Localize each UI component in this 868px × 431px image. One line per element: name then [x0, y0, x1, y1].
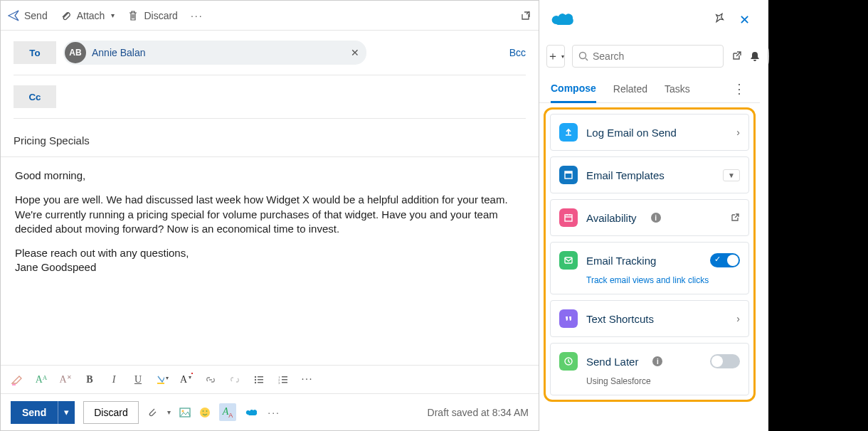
card-email-templates[interactable]: Email Templates ▼ — [550, 156, 749, 193]
tab-related[interactable]: Related — [613, 76, 647, 102]
clear-format-icon[interactable]: A✕ — [59, 374, 72, 385]
bullets-icon[interactable] — [253, 376, 265, 384]
cc-button[interactable]: Cc — [14, 85, 56, 108]
remove-recipient-icon[interactable]: ✕ — [351, 47, 359, 58]
tracking-toggle[interactable] — [710, 253, 740, 267]
send-icon — [8, 10, 19, 21]
svg-point-17 — [206, 410, 207, 412]
search-input[interactable] — [593, 50, 717, 62]
to-row: To AB Annie Balan ✕ Bcc — [14, 41, 526, 75]
more-actions-icon[interactable]: ··· — [268, 407, 280, 418]
svg-point-3 — [255, 378, 256, 380]
info-icon[interactable]: i — [652, 356, 662, 366]
link-icon[interactable] — [204, 375, 217, 385]
template-icon — [559, 166, 578, 184]
info-icon[interactable]: i — [651, 213, 661, 223]
salesforce-logo-icon — [549, 10, 578, 30]
more-format-icon[interactable]: ··· — [301, 374, 314, 385]
recipient-chip[interactable]: AB Annie Balan ✕ — [63, 41, 366, 65]
to-button[interactable]: To — [14, 41, 56, 64]
svg-point-18 — [580, 53, 586, 59]
close-panel-icon[interactable]: ✕ — [739, 12, 750, 28]
svg-rect-10 — [282, 379, 287, 381]
svg-rect-8 — [282, 376, 287, 378]
svg-rect-20 — [565, 171, 572, 174]
discard-command[interactable]: Discard — [127, 10, 177, 21]
salesforce-addin-icon[interactable] — [245, 408, 259, 417]
unlink-icon[interactable] — [228, 375, 241, 385]
tabs-overflow-icon[interactable]: ⋮ — [733, 81, 748, 97]
svg-rect-12 — [282, 382, 287, 383]
open-external-icon[interactable] — [730, 213, 740, 223]
tab-tasks[interactable]: Tasks — [665, 76, 690, 102]
user-avatar-icon[interactable] — [768, 48, 769, 64]
subject-row — [1, 129, 539, 157]
more-command[interactable]: ··· — [191, 10, 203, 21]
panel-tabs: Compose Related Tasks ⋮ — [539, 73, 760, 103]
trash-icon — [127, 10, 139, 21]
svg-point-1 — [255, 376, 256, 377]
italic-button[interactable]: I — [107, 374, 120, 385]
svg-point-14 — [181, 410, 184, 412]
popout-icon — [520, 10, 531, 21]
attach-icon[interactable] — [147, 407, 157, 418]
draft-status: Draft saved at 8:34 AM — [428, 407, 529, 418]
salesforce-panel: ✕ ＋▾ Compose Related Tasks ⋮ — [539, 0, 768, 431]
search-box[interactable] — [572, 45, 724, 68]
clock-icon — [559, 352, 578, 371]
quote-icon — [559, 309, 578, 328]
pin-icon[interactable] — [714, 12, 725, 23]
tab-compose[interactable]: Compose — [551, 75, 596, 103]
emoji-icon[interactable] — [199, 407, 211, 418]
send-later-subtitle: Using Salesforce — [586, 376, 740, 386]
svg-text:3: 3 — [278, 381, 280, 384]
attach-chevron-icon[interactable]: ▾ — [167, 408, 171, 416]
black-margin — [768, 0, 868, 431]
font-color-icon[interactable]: A▾ — [180, 374, 193, 385]
recipient-avatar: AB — [65, 42, 86, 63]
send-button[interactable]: Send — [11, 401, 58, 424]
cc-row: Cc — [14, 85, 526, 119]
highlighter-icon[interactable] — [11, 374, 23, 385]
svg-rect-0 — [157, 383, 164, 384]
bcc-link[interactable]: Bcc — [509, 47, 526, 58]
card-text-shortcuts[interactable]: Text Shortcuts › — [550, 300, 749, 337]
svg-rect-4 — [258, 379, 263, 381]
command-bar: Send Attach▾ Discard ··· — [1, 1, 539, 31]
chevron-down-icon: ▼ — [723, 169, 740, 181]
svg-rect-6 — [258, 382, 263, 383]
svg-point-5 — [255, 381, 256, 383]
tracking-subtitle: Track email views and link clicks — [586, 275, 740, 285]
discard-button[interactable]: Discard — [83, 401, 138, 424]
numbering-icon[interactable]: 123 — [277, 376, 290, 384]
recipient-name: Annie Balan — [92, 47, 146, 58]
attach-command[interactable]: Attach▾ — [60, 10, 115, 21]
compose-cards-highlight: Log Email on Send › Email Templates ▼ Av… — [544, 107, 756, 402]
send-options-button[interactable]: ▾ — [58, 401, 75, 424]
format-toggle-icon[interactable]: AA — [219, 403, 237, 421]
card-log-email[interactable]: Log Email on Send › — [550, 114, 749, 151]
svg-rect-22 — [565, 257, 572, 263]
search-icon — [578, 51, 588, 61]
bold-button[interactable]: B — [83, 374, 96, 385]
font-icon[interactable]: AA — [35, 374, 48, 385]
compose-pane: Send Attach▾ Discard ··· To AB Annie Bal — [0, 0, 539, 431]
svg-point-15 — [200, 408, 210, 417]
send-bar: Send ▾ Discard ▾ AA ··· Draft saved at 8… — [1, 393, 539, 430]
popout-button[interactable] — [520, 10, 531, 21]
underline-button[interactable]: U — [132, 374, 144, 385]
subject-input[interactable] — [14, 134, 526, 147]
send-command[interactable]: Send — [8, 10, 48, 21]
picture-icon[interactable] — [179, 408, 191, 417]
chevron-right-icon: › — [736, 127, 740, 138]
card-availability[interactable]: Availability i — [550, 199, 749, 236]
text-highlight-icon[interactable]: ▾ — [156, 375, 169, 385]
email-body[interactable]: Good morning, Hope you are well. We had … — [1, 157, 539, 365]
card-send-later: Send Later i Using Salesforce — [550, 343, 749, 395]
tracking-icon — [559, 251, 578, 270]
open-external-icon[interactable] — [731, 50, 742, 62]
create-record-button[interactable]: ＋▾ — [546, 45, 565, 68]
send-later-toggle[interactable] — [710, 354, 740, 368]
card-email-tracking: Email Tracking Track email views and lin… — [550, 242, 749, 294]
notifications-icon[interactable] — [749, 50, 761, 62]
